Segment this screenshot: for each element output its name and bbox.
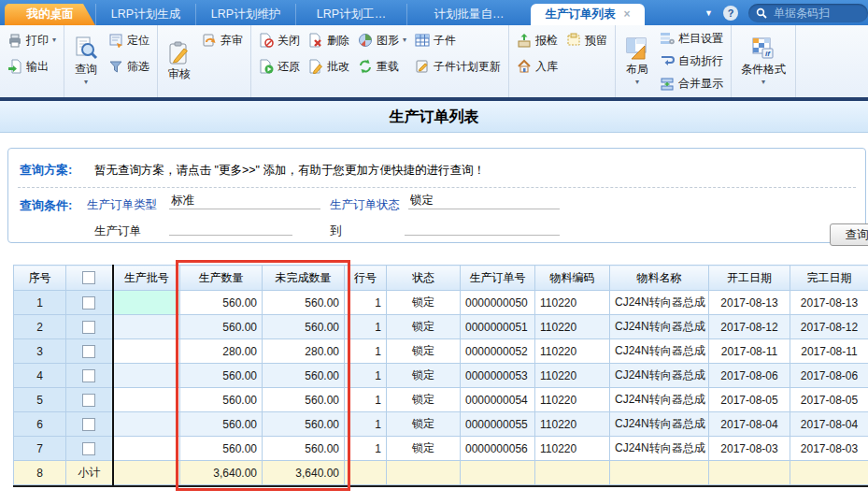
table-cell[interactable]: 0000000056 (461, 437, 535, 461)
table-cell[interactable]: 锁定 (387, 291, 461, 315)
table-row[interactable]: 7560.00560.001锁定0000000056110220CJ24N转向器… (14, 437, 868, 461)
graph-button[interactable]: 图形▾ (355, 28, 409, 52)
table-cell[interactable]: 0000000054 (461, 388, 535, 412)
table-row[interactable]: 4560.00560.001锁定0000000053110220CJ24N转向器… (14, 364, 868, 388)
order-status-field[interactable] (408, 192, 560, 209)
chevron-down-icon[interactable]: ▼ (704, 8, 713, 18)
restore-button[interactable]: 还原 (256, 54, 303, 79)
row-checkbox[interactable] (82, 369, 95, 382)
tab-production-order-list[interactable]: 生产订单列表 × (531, 4, 645, 25)
table-cell[interactable]: 5 (14, 388, 66, 412)
subitem-plan-update-button[interactable]: 子件计划更新 (412, 54, 504, 79)
table-cell[interactable]: 560.00 (180, 412, 263, 437)
table-row[interactable]: 6560.00560.001锁定0000000055110220CJ24N转向器… (14, 412, 868, 437)
table-cell[interactable]: 7 (14, 437, 66, 461)
table-cell[interactable]: 560.00 (180, 437, 263, 461)
table-cell[interactable] (66, 315, 113, 339)
table-cell[interactable]: 2017-08-04 (709, 412, 790, 437)
query-button[interactable]: 查询▾ (69, 28, 103, 94)
table-cell[interactable] (66, 339, 113, 364)
row-checkbox[interactable] (82, 418, 95, 431)
table-cell[interactable]: 110220 (535, 412, 610, 437)
table-cell[interactable] (113, 291, 180, 315)
table-cell[interactable]: 2017-08-11 (709, 339, 790, 364)
table-cell[interactable]: CJ24N转向器总成 (610, 315, 709, 339)
table-cell[interactable]: 2 (14, 315, 66, 339)
close-button[interactable]: 关闭 (256, 28, 303, 52)
subitem-button[interactable]: 子件 (412, 28, 504, 52)
table-cell[interactable]: 1 (345, 315, 387, 339)
table-cell[interactable]: 110220 (535, 315, 610, 339)
table-row[interactable]: 5560.00560.001锁定0000000054110220CJ24N转向器… (14, 388, 868, 412)
column-header-2[interactable]: 生产批号 (113, 266, 180, 291)
table-cell[interactable]: 锁定 (387, 388, 461, 412)
table-row[interactable]: 2560.00560.001锁定0000000051110220CJ24N转向器… (14, 315, 868, 339)
table-cell[interactable]: 锁定 (387, 339, 461, 364)
table-cell[interactable]: 0000000053 (461, 364, 535, 388)
table-cell[interactable]: CJ24N转向器总成 (610, 339, 709, 364)
table-cell[interactable]: 1 (345, 364, 387, 388)
nav-tab-4[interactable]: 计划批量自… (406, 4, 531, 25)
table-cell[interactable]: 2017-08-05 (709, 388, 790, 412)
table-cell[interactable]: 560.00 (263, 315, 345, 339)
delete-button[interactable]: 删除 (306, 28, 352, 52)
table-cell[interactable]: 560.00 (263, 388, 345, 412)
table-cell[interactable]: 2017-08-06 (790, 364, 868, 388)
table-cell[interactable]: 110220 (535, 388, 610, 412)
table-cell[interactable]: 110220 (535, 364, 610, 388)
barcode-search-box[interactable] (748, 4, 868, 22)
abandon-audit-button[interactable]: 弃审 (199, 28, 246, 52)
table-cell[interactable]: 3 (14, 339, 66, 364)
column-header-11[interactable]: 完工日期 (790, 266, 868, 291)
table-cell[interactable]: 1 (345, 339, 387, 364)
table-cell[interactable]: 1 (345, 291, 387, 315)
table-cell[interactable]: 560.00 (180, 291, 263, 315)
table-cell[interactable]: CJ24N转向器总成 (610, 412, 709, 437)
table-cell[interactable] (113, 364, 180, 388)
table-cell[interactable]: 560.00 (263, 412, 345, 437)
table-cell[interactable]: 2017-08-05 (790, 388, 868, 412)
table-cell[interactable]: 锁定 (387, 315, 461, 339)
table-cell[interactable]: 2017-08-13 (790, 291, 868, 315)
table-cell[interactable]: 1 (14, 291, 66, 315)
table-cell[interactable] (66, 291, 113, 315)
reserve-button[interactable]: 预留 (563, 28, 610, 52)
table-cell[interactable]: 0000000055 (461, 412, 535, 437)
table-cell[interactable] (113, 339, 180, 364)
nav-tab-2[interactable]: LRP计划维护 (195, 4, 295, 25)
table-cell[interactable]: 1 (345, 437, 387, 461)
table-row[interactable]: 1560.00560.001锁定0000000050110220CJ24N转向器… (14, 291, 868, 315)
reload-button[interactable]: 重载 (355, 54, 409, 79)
inbound-button[interactable]: 入库 (514, 54, 561, 79)
auto-wrap-button[interactable]: 自动折行 (657, 50, 726, 71)
merge-display-button[interactable]: 合并显示 (657, 74, 726, 94)
table-cell[interactable]: 2017-08-03 (790, 437, 868, 461)
table-cell[interactable]: 2017-08-13 (709, 291, 790, 315)
row-checkbox[interactable] (82, 442, 95, 455)
table-cell[interactable]: 锁定 (387, 437, 461, 461)
table-cell[interactable] (66, 412, 113, 437)
row-checkbox[interactable] (82, 345, 95, 358)
table-cell[interactable]: 0000000052 (461, 339, 535, 364)
order-from-field[interactable] (169, 218, 292, 236)
column-header-0[interactable]: 序号 (14, 266, 66, 291)
table-cell[interactable]: CJ24N转向器总成 (610, 388, 709, 412)
help-icon[interactable]: ? (723, 6, 738, 21)
table-cell[interactable]: CJ24N转向器总成 (610, 364, 709, 388)
table-cell[interactable]: 2017-08-11 (790, 339, 868, 364)
table-cell[interactable] (113, 412, 180, 437)
nav-tab-0[interactable]: 我的桌面 (5, 4, 95, 25)
table-cell[interactable]: 2017-08-06 (709, 364, 790, 388)
order-type-field[interactable] (169, 192, 320, 209)
column-header-8[interactable]: 物料编码 (535, 266, 610, 291)
table-cell[interactable]: 280.00 (180, 339, 263, 364)
table-cell[interactable] (113, 315, 180, 339)
table-cell[interactable] (66, 437, 113, 461)
table-cell[interactable]: 560.00 (263, 437, 345, 461)
filter-button[interactable]: 筛选 (106, 54, 152, 79)
batch-edit-button[interactable]: 批改 (306, 54, 352, 79)
table-cell[interactable] (113, 388, 180, 412)
locate-button[interactable]: 定位 (106, 28, 152, 52)
column-header-6[interactable]: 状态 (387, 266, 461, 291)
layout-button[interactable]: 布局▾ (620, 28, 654, 94)
